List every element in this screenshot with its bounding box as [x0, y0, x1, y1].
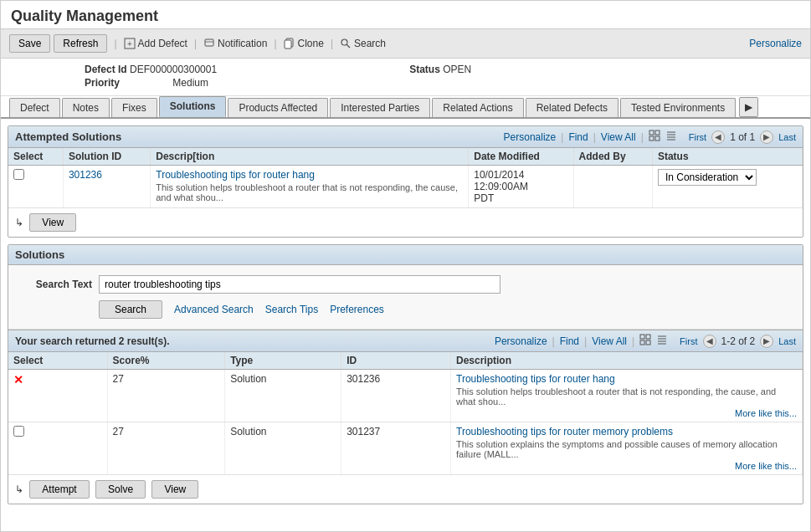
tab-solutions[interactable]: Solutions — [159, 96, 227, 117]
attempted-solutions-section: Attempted Solutions Personalize | Find |… — [8, 125, 803, 238]
search-text-label: Search Text — [25, 279, 92, 290]
attempted-view-all-link[interactable]: View All — [601, 131, 636, 143]
attempted-list-icon[interactable] — [665, 130, 677, 144]
refresh-button[interactable]: Refresh — [54, 34, 107, 53]
search-input[interactable] — [99, 275, 500, 294]
tab-tested-environments[interactable]: Tested Environments — [620, 98, 736, 117]
svg-line-7 — [346, 44, 350, 48]
toolbar-personalize-link[interactable]: Personalize — [749, 38, 802, 49]
col-description: Descrip[tion — [151, 148, 469, 166]
row-indicator: ↳ — [15, 217, 23, 228]
result-type-1: Solution — [225, 370, 341, 422]
solutions-title: Solutions — [8, 245, 803, 265]
results-view-all-link[interactable]: View All — [592, 335, 627, 347]
rcol-desc: Description — [451, 352, 803, 370]
save-button[interactable]: Save — [9, 34, 50, 53]
separator-3: | — [274, 38, 276, 49]
selected-mark: ✕ — [13, 373, 23, 386]
attempted-personalize-link[interactable]: Personalize — [504, 131, 557, 143]
more-like-this-1[interactable]: More like this... — [735, 408, 797, 418]
add-defect-link[interactable]: + Add Defect — [124, 38, 187, 49]
tab-related-actions[interactable]: Related Actions — [432, 98, 523, 117]
result-title-link-2[interactable]: Troubleshooting tips for router memory p… — [456, 426, 673, 437]
tab-products-affected[interactable]: Products Affected — [228, 98, 328, 117]
attempted-grid-icon[interactable] — [649, 130, 660, 144]
search-toolbar-icon — [340, 38, 352, 49]
attempted-solutions-header: Attempted Solutions Personalize | Find |… — [8, 126, 803, 148]
result-id-2: 301237 — [341, 422, 451, 475]
tabs-bar: Defect Notes Fixes Solutions Products Af… — [1, 96, 810, 119]
view-attempted-button[interactable]: View — [29, 213, 76, 232]
result-desc-1: Troubleshooting tips for router hang Thi… — [451, 370, 803, 422]
results-last-link[interactable]: Last — [778, 336, 796, 346]
status-dropdown[interactable]: In Consideration Accepted Rejected — [658, 169, 757, 186]
result-checkbox-2[interactable] — [13, 426, 24, 437]
clone-link[interactable]: Clone — [284, 38, 324, 49]
col-added-by: Added By — [573, 148, 652, 166]
results-header-row: Select Score% Type ID Description — [8, 352, 803, 370]
time-value: 12:09:00AM — [474, 181, 567, 192]
tab-fixes[interactable]: Fixes — [111, 98, 157, 117]
table-row: 27 Solution 301237 Troubleshooting tips … — [8, 422, 803, 475]
separator-4: | — [331, 38, 333, 49]
results-header: Your search returned 2 result(s). Person… — [8, 330, 803, 352]
tab-related-defects[interactable]: Related Defects — [526, 98, 619, 117]
notification-link[interactable]: Notification — [203, 38, 267, 49]
svg-rect-18 — [640, 340, 644, 345]
attempted-find-link[interactable]: Find — [568, 131, 588, 143]
results-next-icon[interactable]: ▶ — [760, 335, 773, 348]
cell-status: In Consideration Accepted Rejected — [652, 166, 802, 208]
results-find-link[interactable]: Find — [560, 335, 579, 347]
solution-title-link[interactable]: Troubleshooting tips for router hang — [156, 169, 315, 181]
last-link[interactable]: Last — [778, 132, 796, 142]
solution-id-link[interactable]: 301236 — [69, 169, 102, 181]
svg-rect-16 — [640, 335, 644, 339]
col-status: Status — [652, 148, 802, 166]
info-bar: Defect Id DEF000000300001 Status OPEN Pr… — [1, 59, 810, 96]
results-list-icon[interactable] — [656, 334, 668, 348]
svg-rect-8 — [649, 130, 654, 135]
toolbar: Save Refresh | + Add Defect | Notificati… — [1, 28, 810, 59]
preferences-link[interactable]: Preferences — [330, 304, 384, 315]
cell-added-by — [573, 166, 652, 208]
cell-description: Troubleshooting tips for router hang Thi… — [151, 166, 469, 208]
defect-id-label: Defect Id DEF000000300001 — [85, 64, 217, 75]
results-grid-icon[interactable] — [639, 334, 651, 348]
view-results-button[interactable]: View — [151, 480, 198, 499]
attempted-btn-row: ↳ View — [8, 208, 803, 237]
attempt-button[interactable]: Attempt — [29, 480, 89, 499]
solve-button[interactable]: Solve — [95, 480, 146, 499]
first-link[interactable]: First — [689, 132, 706, 142]
table-row: 301236 Troubleshooting tips for router h… — [8, 166, 803, 208]
results-btn-row: ↳ Attempt Solve View — [8, 475, 803, 504]
prev-page-icon[interactable]: ◀ — [711, 130, 725, 144]
results-first-link[interactable]: First — [680, 336, 697, 346]
tab-defect[interactable]: Defect — [9, 98, 60, 117]
next-page-icon[interactable]: ▶ — [760, 130, 773, 144]
solutions-section: Solutions Search Text Search Advanced Se… — [8, 244, 803, 504]
table-row: ✕ 27 Solution 301236 Troubleshooting tip… — [8, 370, 803, 422]
result-desc-2: Troubleshooting tips for router memory p… — [451, 422, 803, 475]
result-title-link-1[interactable]: Troubleshooting tips for router hang — [456, 373, 615, 385]
more-like-this-2[interactable]: More like this... — [735, 461, 797, 471]
status-info: Status OPEN — [409, 64, 471, 75]
advanced-search-link[interactable]: Advanced Search — [174, 304, 254, 315]
result-score-1: 27 — [107, 370, 225, 422]
info-row-1: Defect Id DEF000000300001 Status OPEN — [85, 64, 726, 75]
results-prev-icon[interactable]: ◀ — [703, 335, 716, 348]
row-checkbox[interactable] — [13, 169, 24, 180]
search-tips-link[interactable]: Search Tips — [265, 304, 318, 315]
cell-date: 10/01/2014 12:09:00AM PDT — [469, 166, 573, 208]
search-button[interactable]: Search — [99, 300, 162, 319]
svg-rect-11 — [655, 136, 660, 141]
tab-interested-parties[interactable]: Interested Parties — [330, 98, 430, 117]
results-personalize-link[interactable]: Personalize — [495, 335, 547, 347]
search-toolbar-link[interactable]: Search — [340, 38, 386, 49]
rcol-id: ID — [341, 352, 451, 370]
tab-more-button[interactable]: ▶ — [739, 97, 758, 117]
tab-notes[interactable]: Notes — [62, 98, 110, 117]
col-solution-id: Solution ID — [63, 148, 150, 166]
svg-rect-17 — [646, 335, 650, 339]
solution-desc: This solution helps troubleshoot a route… — [156, 182, 463, 202]
attempted-solutions-controls: Personalize | Find | View All | First ◀ … — [504, 130, 796, 144]
